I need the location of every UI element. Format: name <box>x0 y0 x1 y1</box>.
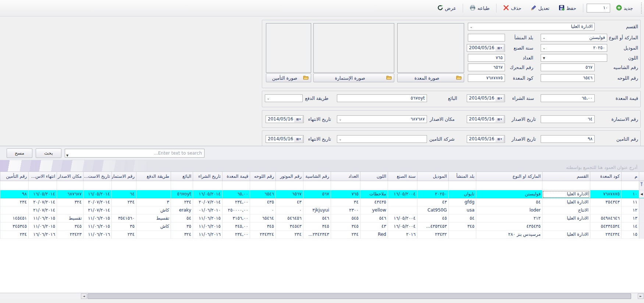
cell-reg_expiry[interactable]: ٢٠/٠٧/٢٠١٤ <box>28 198 57 206</box>
cell-idx[interactable]: ١٣ <box>621 214 639 223</box>
ins-expiry-datepicker[interactable]: 2014/05/16▦▾ <box>266 135 304 143</box>
cell-manufacture_year[interactable]: ١٦/٠٥/٢٠٠٤ <box>388 214 417 223</box>
filter-cell-chassis[interactable] <box>303 181 331 190</box>
brand-combobox[interactable]: ⌄فوليستن <box>541 34 607 42</box>
scroll-left-button[interactable]: ◄ <box>81 293 87 299</box>
cell-chassis[interactable]: ٥٦٧ <box>303 190 331 198</box>
column-header-equipment_code[interactable]: كود المعدة <box>590 172 621 181</box>
form-number-field[interactable]: ٦٤ <box>541 115 595 123</box>
filter-cell-payment[interactable] <box>136 181 171 190</box>
cell-chassis[interactable]: ٣jkjuyui <box>303 206 331 214</box>
filter-cell-department[interactable] <box>542 181 590 190</box>
filter-cell-meter[interactable] <box>331 181 360 190</box>
cell-insurance_number[interactable]: ١٤٥٤٥١ <box>0 214 28 223</box>
cell-origin[interactable]: usa <box>448 206 476 214</box>
table-row[interactable]: ١٣٥٤٩٨٤٦٤٦الادارة العليا٢١٢٥٤٤٥١٦/٠٥/٢٠٠… <box>0 214 644 223</box>
equipment-photo-button[interactable]: صورة المعدة <box>397 73 464 82</box>
cell-equipment_code[interactable]: ٥٤٩٨٤٦٤٦ <box>590 214 621 223</box>
cell-value[interactable]: ٣١٥٦,٠٠ <box>222 214 250 223</box>
cell-brand[interactable]: مرسيدس بنز ٢٨٠ <box>476 231 542 239</box>
cell-insurance_number[interactable]: ٢٣٤ <box>0 198 28 206</box>
filter-cell-idx[interactable] <box>621 181 639 190</box>
horizontal-scrollbar[interactable]: ◄ ► <box>0 293 644 299</box>
cell-plate[interactable]: ٢٣٤٣٢٤ <box>250 231 275 239</box>
cell-value[interactable]: ٦٥,٠٠ <box>222 190 250 198</box>
cell-reg_issue_date[interactable]: ١١/٠٦/٢٠١٦ <box>83 231 111 239</box>
cell-manufacture_year[interactable]: ١٦/٠٥/٢٠٠٤ <box>388 190 417 198</box>
cell-department[interactable]: الانتاج <box>542 206 590 214</box>
cell-purchase_date[interactable]: ١١/٠٦/٢٠١٥ <box>193 223 222 231</box>
column-header-value[interactable]: قيمة المعدة <box>222 172 250 181</box>
cell-manufacture_year[interactable] <box>388 206 417 214</box>
cell-origin[interactable]: gfdg <box>448 198 476 206</box>
cell-issue_place[interactable]: تقسيط <box>57 214 83 223</box>
cell-form_number[interactable]: ٦٤ <box>111 190 136 198</box>
ins-issue-datepicker[interactable]: 2014/05/16▦▾ <box>467 135 505 143</box>
color-combobox[interactable]: ▼ <box>541 54 607 62</box>
clear-button[interactable]: مسح <box>7 148 32 158</box>
cell-meter[interactable]: ٢٣٤ <box>331 231 360 239</box>
manufacture-year-datepicker[interactable]: 2004/05/16▦▾ <box>467 44 505 52</box>
cell-meter[interactable]: ٧٦٥ <box>331 190 360 198</box>
equipment-value-field[interactable]: ٦٥,٠٠ <box>541 94 595 102</box>
cell-department[interactable]: الادارة العليا <box>542 214 590 223</box>
reg-issue-datepicker[interactable]: 2014/05/16▦▾ <box>467 115 505 123</box>
column-header-seller[interactable]: البائع <box>171 172 193 181</box>
department-combobox[interactable]: ⌄الادارة العليا <box>468 23 595 30</box>
cell-payment[interactable]: ٣ <box>136 198 171 206</box>
cell-issue_place[interactable]: ٢٣٤٢٣ <box>57 231 83 239</box>
cell-chassis[interactable]: ٥٤٦ <box>303 214 331 223</box>
column-header-purchase_date[interactable]: تاريخ الشراء <box>193 172 222 181</box>
search-button[interactable]: بحث <box>36 148 61 158</box>
cell-value[interactable]: ٢٣٤,٠٠ <box>222 198 250 206</box>
cell-origin[interactable]: تايوان <box>448 190 476 198</box>
calendar-icon[interactable]: ▦▾ <box>495 136 504 142</box>
cell-purchase_date[interactable]: ١١/٠٦/٢٠١٦ <box>193 231 222 239</box>
cell-insurance_number[interactable]: ٩٨ <box>0 190 28 198</box>
meter-field[interactable]: ٧٦٥ <box>468 54 505 62</box>
cell-plate[interactable]: ٦٥٤٦ <box>250 190 275 198</box>
cell-payment[interactable] <box>136 231 171 239</box>
calendar-icon[interactable]: ▦▾ <box>495 95 504 101</box>
cell-idx[interactable]: ١٤ <box>621 223 639 231</box>
registration-photo-button[interactable]: صورة الإستمارة <box>313 73 394 82</box>
cell-equipment_code[interactable]: ٣٥٤٣٤٣ <box>590 198 621 206</box>
cell-brand[interactable]: فوليستن <box>476 190 542 198</box>
new-button[interactable]: جديد <box>613 3 636 14</box>
table-row[interactable]: ◀١٠٧٦٨٧٨٧٥الادارة العليافوليستنتايوان٢٠٢… <box>0 190 644 198</box>
filter-cell-plate[interactable] <box>250 181 275 190</box>
cell-manufacture_year[interactable]: ١٦/٠٥/٢٠٠٤ <box>388 223 417 231</box>
cell-meter[interactable]: ٢٣٠٠ <box>331 206 360 214</box>
cell-purchase_date[interactable]: ١١/٠٦/٢٠١٥ <box>193 214 222 223</box>
cell-brand[interactable]: loder <box>476 206 542 214</box>
cell-form_number[interactable]: ٢٣٤ <box>111 231 136 239</box>
filter-cell-motor[interactable] <box>275 181 303 190</box>
table-row[interactable]: ١٤٥٤٣٣٤٥٣٤٤٣٥٤٣٥٣٤٥٤٣٥٣٤٥٣...١٦/٠٥/٢٠٠٤٤… <box>0 223 644 231</box>
cell-form_number[interactable] <box>111 206 136 214</box>
view-button[interactable]: عرض <box>434 3 460 14</box>
filter-cell-purchase_date[interactable] <box>193 181 222 190</box>
seller-field[interactable]: ٥٦٧oyt <box>337 94 427 102</box>
chassis-number-field[interactable]: ٥٦٧ <box>541 64 595 71</box>
search-input[interactable]: ▼ Enter text to search... <box>65 149 204 158</box>
cell-meter[interactable]: ٣٤٥ <box>331 223 360 231</box>
filter-cell-reg_issue_date[interactable] <box>83 181 111 190</box>
cell-meter[interactable]: ٥٤٥ <box>331 214 360 223</box>
calendar-icon[interactable]: ▦▾ <box>294 116 303 122</box>
cell-value[interactable]: ٢٥٠٠٠٠,٠٠ <box>222 206 250 214</box>
cell-motor[interactable]: ٦٥٦٧ <box>275 190 303 198</box>
model-combobox[interactable]: ⌄٢٠٢٥٠ <box>541 44 607 52</box>
column-header-manufacture_year[interactable]: سنة الصنع <box>388 172 417 181</box>
cell-motor[interactable]: ٠ <box>275 206 303 214</box>
table-row[interactable]: ١١٣٥٤٣٤٣الادارة العليا٥٤gfdg٤٣٤٣٤٣٥٣٤٤٣٤… <box>0 198 644 206</box>
column-header-reg_expiry[interactable]: انتهاء الاس... <box>28 172 57 181</box>
cell-model[interactable]: ٤٣٥٣٤٥٣... <box>417 223 448 231</box>
equipment-code-field[interactable]: ٧٦٨٧٨٧٥ <box>468 74 505 82</box>
column-header-idx[interactable]: م <box>621 172 639 181</box>
cell-seller[interactable]: ٥٦٧oyt <box>171 190 193 198</box>
cell-payment[interactable]: كاش <box>136 206 171 214</box>
cell-insurance_number[interactable]: ٢٣٤ <box>0 231 28 239</box>
cell-purchase_date[interactable]: ١٦/٠٥/٢٠١٤ <box>193 190 222 198</box>
cell-seller[interactable]: ٥٤ <box>171 214 193 223</box>
cell-brand[interactable]: ٤٣٥٤٣٥ <box>476 223 542 231</box>
